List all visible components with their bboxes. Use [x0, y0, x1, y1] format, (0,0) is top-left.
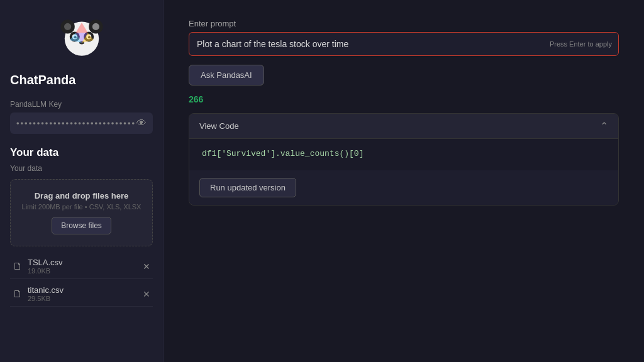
chevron-up-icon[interactable]: ⌃ [600, 120, 608, 132]
press-enter-hint: Press Enter to apply [550, 40, 612, 48]
file-size-tsla: 19.0KB [28, 267, 138, 275]
view-code-label: View Code [199, 121, 239, 131]
main-content: Enter prompt Press Enter to apply Ask Pa… [164, 0, 644, 362]
panda-logo [57, 13, 107, 63]
logo-area [10, 13, 153, 63]
dropzone-sub: Limit 200MB per file • CSV, XLS, XLSX [18, 203, 145, 211]
code-panel: View Code ⌃ df1['Survived'].value_counts… [189, 113, 619, 206]
dropzone-title: Drag and drop files here [18, 191, 145, 200]
file-name-tsla: TSLA.csv [28, 258, 138, 267]
file-icon-tsla: 🗋 [13, 261, 23, 272]
pandallm-key-label: PandaLLM Key [10, 100, 153, 109]
file-size-titanic: 29.5KB [28, 295, 138, 302]
prompt-label: Enter prompt [189, 19, 619, 28]
file-name-titanic: titanic.csv [28, 285, 138, 295]
file-info-titanic: titanic.csv 29.5KB [28, 285, 138, 302]
eye-icon[interactable]: 👁 [136, 118, 147, 129]
svg-point-3 [64, 23, 71, 30]
api-key-row: ••••••••••••••••••••••••••••••••••••••••… [10, 112, 153, 134]
file-item-titanic: 🗋 titanic.csv 29.5KB ✕ [10, 282, 153, 307]
code-actions: Run updated version [189, 170, 618, 205]
api-key-dots: ••••••••••••••••••••••••••••••••••••••••… [16, 119, 136, 128]
file-close-tsla[interactable]: ✕ [143, 261, 150, 272]
file-item-tsla: 🗋 TSLA.csv 19.0KB ✕ [10, 254, 153, 279]
your-data-title: Your data [10, 146, 153, 159]
run-updated-version-button[interactable]: Run updated version [199, 178, 296, 197]
file-list: 🗋 TSLA.csv 19.0KB ✕ 🗋 titanic.csv 29.5KB… [10, 254, 153, 307]
browse-files-button[interactable]: Browse files [52, 217, 111, 234]
code-block: df1['Survived'].value_counts()[0] [189, 139, 618, 170]
sidebar: ChatPanda PandaLLM Key •••••••••••••••••… [0, 0, 164, 362]
file-close-titanic[interactable]: ✕ [143, 289, 150, 299]
prompt-input-wrapper[interactable]: Press Enter to apply [189, 32, 619, 56]
code-panel-header[interactable]: View Code ⌃ [189, 114, 618, 139]
ask-btn-row: Ask PandasAI [189, 65, 619, 85]
code-content: df1['Survived'].value_counts()[0] [202, 149, 364, 158]
svg-point-4 [92, 23, 99, 30]
result-number: 266 [189, 94, 619, 104]
your-data-sub-label: Your data [10, 164, 153, 173]
prompt-section: Enter prompt Press Enter to apply [189, 19, 619, 56]
app-title: ChatPanda [10, 73, 153, 87]
dropzone[interactable]: Drag and drop files here Limit 200MB per… [10, 179, 153, 246]
file-icon-titanic: 🗋 [13, 288, 23, 300]
ask-pandasai-button[interactable]: Ask PandasAI [189, 65, 264, 85]
file-info-tsla: TSLA.csv 19.0KB [28, 258, 138, 275]
